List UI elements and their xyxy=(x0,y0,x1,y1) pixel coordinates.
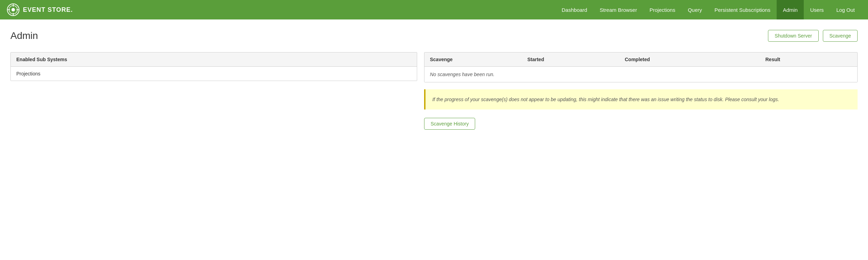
right-panel: Scavenge Started Completed Result No sca… xyxy=(424,52,858,130)
header-actions: Shutdown Server Scavenge xyxy=(768,30,858,42)
scavenge-table-header-row: Scavenge Started Completed Result xyxy=(424,52,857,67)
scavenge-empty-message: No scavenges have been run. xyxy=(424,67,857,82)
page-title: Admin xyxy=(10,30,38,41)
nav-item-dashboard[interactable]: Dashboard xyxy=(555,0,593,19)
nav-item-logout[interactable]: Log Out xyxy=(830,0,861,19)
subsystems-table: Enabled Sub Systems Projections xyxy=(10,52,417,81)
subsystems-row-projections: Projections xyxy=(11,67,417,81)
brand-name: EVENT STORE. xyxy=(23,6,73,14)
svg-point-2 xyxy=(11,8,15,11)
main-layout: Enabled Sub Systems Projections Scavenge… xyxy=(10,52,858,130)
page-content: Admin Shutdown Server Scavenge Enabled S… xyxy=(0,19,868,140)
col-header-started: Started xyxy=(522,52,619,66)
scavenge-warning-text: If the progress of your scavenge(s) does… xyxy=(432,97,779,102)
col-header-result: Result xyxy=(760,52,857,66)
col-header-scavenge: Scavenge xyxy=(424,52,522,66)
navbar: EVENT STORE. Dashboard Stream Browser Pr… xyxy=(0,0,868,19)
scavenge-history-button[interactable]: Scavenge History xyxy=(424,118,476,130)
nav-menu: Dashboard Stream Browser Projections Que… xyxy=(555,0,861,19)
col-header-completed: Completed xyxy=(619,52,760,66)
page-header: Admin Shutdown Server Scavenge xyxy=(10,30,858,42)
eventstore-icon xyxy=(7,3,19,16)
left-panel: Enabled Sub Systems Projections xyxy=(10,52,417,81)
scavenge-table-body: No scavenges have been run. xyxy=(424,67,857,82)
nav-item-users[interactable]: Users xyxy=(804,0,830,19)
nav-item-persistent-subscriptions[interactable]: Persistent Subscriptions xyxy=(708,0,777,19)
scavenge-button[interactable]: Scavenge xyxy=(823,30,858,42)
nav-item-admin[interactable]: Admin xyxy=(777,0,804,19)
scavenge-warning-box: If the progress of your scavenge(s) does… xyxy=(424,89,858,109)
shutdown-server-button[interactable]: Shutdown Server xyxy=(768,30,818,42)
scavenge-history-area: Scavenge History xyxy=(424,118,858,130)
nav-item-projections[interactable]: Projections xyxy=(643,0,681,19)
scavenge-table: Scavenge Started Completed Result No sca… xyxy=(424,52,858,82)
subsystems-table-header: Enabled Sub Systems xyxy=(11,52,417,67)
brand-logo[interactable]: EVENT STORE. xyxy=(7,3,73,16)
nav-item-stream-browser[interactable]: Stream Browser xyxy=(593,0,643,19)
nav-item-query[interactable]: Query xyxy=(681,0,708,19)
